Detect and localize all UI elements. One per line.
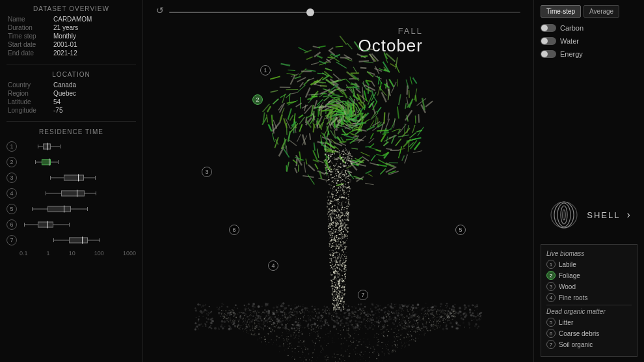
flux-label: Carbon [560,24,584,32]
legend-dead-title: Dead organic matter [546,308,632,315]
timeline-slider[interactable] [169,12,520,13]
tree-number-1: 1 [260,65,271,76]
chart-row: 3 [7,171,136,185]
dataset-info: NameCARDAMOMDuration21 yearsTime stepMon… [7,15,136,57]
tree-canvas [143,20,533,362]
dataset-title: DATASET OVERVIEW [7,5,136,12]
flux-label: Energy [560,50,583,58]
refresh-icon[interactable]: ↺ [156,5,164,16]
residence-time-section: RESIDENCE TIME 1234567 0.11101001000 [7,128,136,357]
legend-live-title: Live biomass [546,250,632,257]
legend-num: 1 [546,260,556,269]
flux-toggle-energy[interactable] [541,50,556,58]
location-title: LOCATION [7,71,136,78]
shell-next-arrow[interactable]: › [626,209,630,221]
legend-label: Labile [559,261,576,268]
legend-item: 7 Soil organic [546,340,632,349]
chart-row: 7 [7,233,136,247]
legend-item: 2 Foliage [546,271,632,280]
slider-container[interactable] [169,7,520,14]
legend-label: Fine roots [559,294,587,301]
flux-toggle-carbon[interactable] [541,24,556,32]
location-info: CountryCanadaRegionQuebecLatitude54Longi… [7,81,136,115]
x-axis: 0.11101001000 [7,250,136,257]
legend-item: 1 Labile [546,260,632,269]
legend-label: Litter [559,319,573,326]
chart-row: 1 [7,139,136,154]
flux-items[interactable]: Carbon Water Energy [541,24,637,63]
svg-point-2 [557,203,570,227]
toggle-buttons[interactable]: Time-stepAverage [541,5,637,18]
legend-num: 6 [546,329,556,338]
flux-item-water[interactable]: Water [541,37,637,45]
legend-label: Wood [559,283,576,290]
legend-num: 2 [546,271,556,280]
chart-row: 5 [7,202,136,216]
legend-item: 5 Litter [546,318,632,327]
tree-number-6: 6 [229,225,239,235]
legend-label: Soil organic [559,341,593,348]
chart-row: 2 [7,155,136,169]
legend-box: Live biomass 1 Labile 2 Foliage 3 Wood 4… [541,244,637,357]
legend-label: Foliage [559,272,580,279]
toggle-btn-time-step[interactable]: Time-step [541,5,581,18]
residence-title: RESIDENCE TIME [7,128,136,135]
svg-point-3 [561,206,567,224]
tree-number-2: 2 [252,94,263,105]
legend-num: 3 [546,282,556,291]
legend-item: 6 Coarse debris [546,329,632,338]
toggle-btn-average[interactable]: Average [584,5,619,18]
legend-num: 4 [546,293,556,302]
flux-item-energy[interactable]: Energy [541,50,637,58]
right-panel: Time-stepAverage Carbon Water Energy SHE… [533,0,644,362]
tree-number-3: 3 [202,167,212,177]
shell-icon [548,199,580,231]
legend-item: 4 Fine roots [546,293,632,302]
flux-label: Water [560,37,579,45]
legend-item: 3 Wood [546,282,632,291]
legend-num: 5 [546,318,556,327]
flux-item-carbon[interactable]: Carbon [541,24,637,32]
center-panel: ↺ FALL October 1234567 [143,0,533,362]
legend-label: Coarse debris [559,330,599,337]
residence-chart: 1234567 [7,139,136,247]
legend-num: 7 [546,340,556,349]
timeline[interactable]: ↺ [156,5,520,16]
shell-area: SHELL › [541,192,637,238]
chart-row: 6 [7,217,136,232]
svg-point-4 [563,210,565,220]
tree-number-5: 5 [455,225,466,235]
tree-number-7: 7 [358,290,368,300]
shell-label: SHELL [587,210,620,220]
left-panel: DATASET OVERVIEW NameCARDAMOMDuration21 … [0,0,143,362]
flux-toggle-water[interactable] [541,37,556,45]
chart-row: 4 [7,186,136,201]
